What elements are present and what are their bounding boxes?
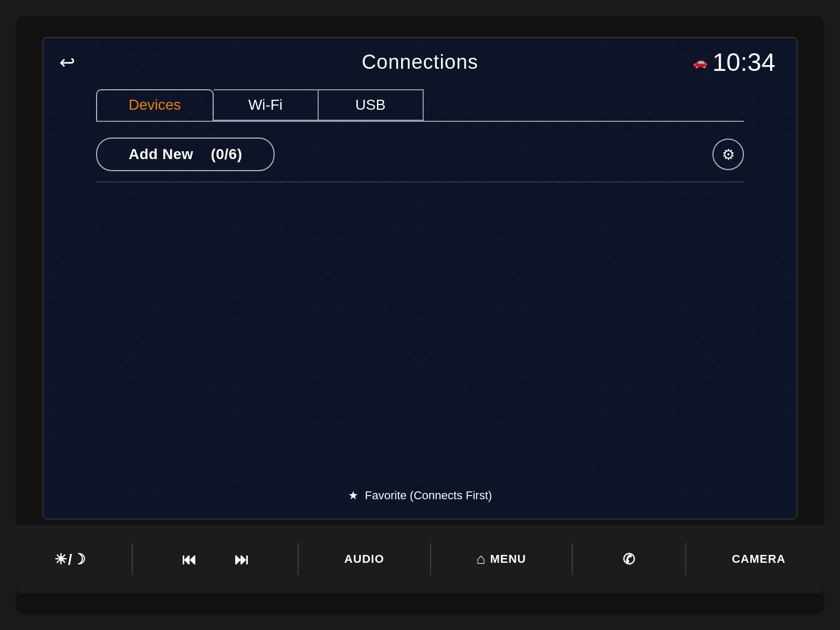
header: ↩ Connections 🚗 10:34 bbox=[44, 38, 796, 84]
bottom-bar: ☀/☽ ⏮ ⏭ AUDIO ⌂ MENU ✆ CAMERA bbox=[16, 525, 824, 593]
next-icon: ⏭ bbox=[234, 551, 249, 568]
menu-label: MENU bbox=[490, 552, 526, 566]
phone-button[interactable]: ✆ bbox=[608, 545, 650, 573]
prev-icon: ⏮ bbox=[182, 551, 197, 568]
day-night-icon: ☀/☽ bbox=[54, 551, 86, 568]
divider-3 bbox=[430, 543, 431, 575]
media-controls: ⏮ ⏭ bbox=[168, 545, 262, 573]
menu-button[interactable]: ⌂ MENU bbox=[466, 545, 537, 573]
day-night-button[interactable]: ☀/☽ bbox=[44, 545, 97, 573]
favorite-hint: ★ Favorite (Connects First) bbox=[44, 478, 796, 518]
page-title: Connections bbox=[362, 51, 478, 74]
camera-label: CAMERA bbox=[732, 552, 786, 566]
home-icon: ⌂ bbox=[477, 551, 486, 568]
add-new-button[interactable]: Add New (0/6) bbox=[96, 138, 275, 171]
tab-devices[interactable]: Devices bbox=[96, 89, 214, 121]
prev-button[interactable]: ⏮ bbox=[168, 545, 210, 573]
tab-wifi[interactable]: Wi-Fi bbox=[214, 89, 319, 121]
audio-button[interactable]: AUDIO bbox=[334, 547, 395, 571]
add-new-row: Add New (0/6) ⚙ bbox=[96, 138, 744, 171]
header-right: 🚗 10:34 bbox=[693, 48, 775, 77]
content-area: Add New (0/6) ⚙ bbox=[44, 122, 796, 478]
tabs-container: Devices Wi-Fi USB bbox=[44, 89, 796, 121]
audio-label: AUDIO bbox=[344, 552, 384, 566]
phone-icon: ✆ bbox=[623, 551, 635, 568]
star-icon: ★ bbox=[348, 489, 359, 502]
divider-5 bbox=[685, 543, 686, 575]
car-icon: 🚗 bbox=[693, 56, 707, 69]
back-button[interactable]: ↩ bbox=[59, 53, 75, 72]
divider-1 bbox=[132, 543, 133, 575]
settings-button[interactable]: ⚙ bbox=[712, 139, 744, 170]
screen: ↩ Connections 🚗 10:34 Devices Wi-Fi USB bbox=[42, 37, 798, 520]
divider-2 bbox=[298, 543, 299, 575]
tab-usb[interactable]: USB bbox=[319, 89, 424, 121]
clock-display: 10:34 bbox=[712, 48, 775, 77]
device-list-empty bbox=[96, 182, 744, 463]
next-button[interactable]: ⏭ bbox=[220, 545, 262, 573]
outer-frame: ↩ Connections 🚗 10:34 Devices Wi-Fi USB bbox=[16, 16, 824, 614]
gear-icon: ⚙ bbox=[722, 146, 735, 163]
divider-4 bbox=[572, 543, 573, 575]
camera-button[interactable]: CAMERA bbox=[721, 547, 796, 571]
